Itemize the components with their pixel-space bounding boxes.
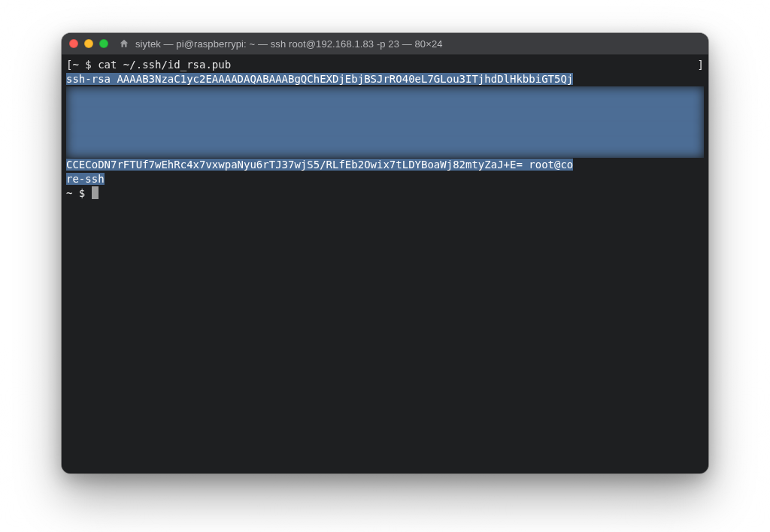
window-title: siytek — pi@raspberrypi: ~ — ssh root@19… <box>135 38 443 50</box>
window-controls <box>69 39 108 48</box>
window-titlebar[interactable]: siytek — pi@raspberrypi: ~ — ssh root@19… <box>62 33 708 55</box>
cursor-icon <box>92 186 99 199</box>
redacted-key-body <box>66 86 704 158</box>
minimize-icon[interactable] <box>84 39 93 48</box>
close-icon[interactable] <box>69 39 78 48</box>
fullscreen-icon[interactable] <box>99 39 108 48</box>
prompt-line-1: [~ $ cat ~/.ssh/id_rsa.pub] <box>66 58 704 72</box>
bracket-right: ] <box>698 58 704 72</box>
ssh-key-line-end-2: re-ssh <box>66 173 105 185</box>
prompt-line-2: ~ $ <box>66 187 99 199</box>
home-icon <box>119 38 129 49</box>
ssh-key-line-end-1: CCECoDN7rFTUf7wEhRc4x7vxwpaNyu6rTJ37wjS5… <box>66 159 573 171</box>
command-text: cat ~/.ssh/id_rsa.pub <box>98 59 231 71</box>
ssh-key-line-start: ssh-rsa AAAAB3NzaC1yc2EAAAADAQABAAABgQCh… <box>66 73 573 85</box>
terminal-viewport[interactable]: [~ $ cat ~/.ssh/id_rsa.pub]ssh-rsa AAAAB… <box>62 55 708 473</box>
shell-prompt-2: ~ $ <box>66 187 92 199</box>
shell-prompt: ~ $ <box>72 59 98 71</box>
terminal-window: siytek — pi@raspberrypi: ~ — ssh root@19… <box>62 33 708 473</box>
